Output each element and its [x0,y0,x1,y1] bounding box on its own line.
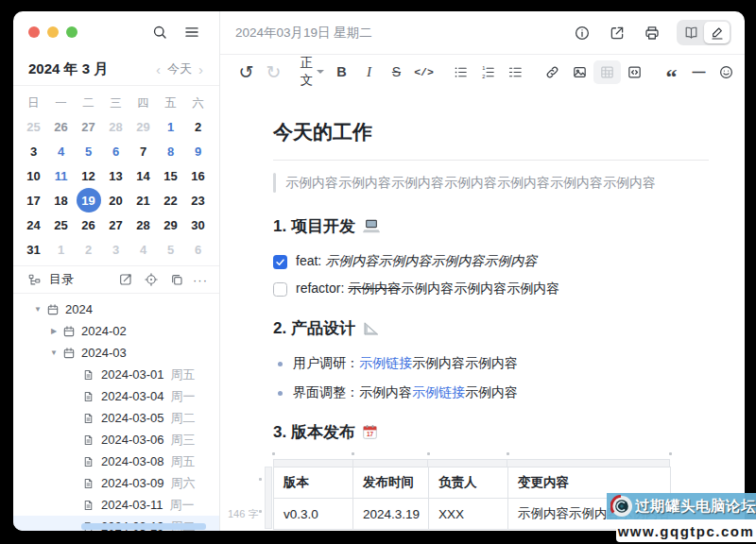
chevron-right-icon[interactable]: ▶ [48,327,60,335]
calendar-day[interactable]: 12 [77,163,101,188]
table-header-cell[interactable]: 发布时间 [353,468,429,499]
table-row-grip[interactable] [259,510,262,513]
calendar-day[interactable]: 1 [49,237,74,262]
table-column-select-bar[interactable] [273,459,670,467]
calendar-day[interactable]: 22 [159,188,183,212]
menu-icon[interactable] [181,22,202,42]
zoom-window-button[interactable] [66,26,77,38]
calendar-day[interactable]: 31 [22,237,46,262]
table-column-grip[interactable] [669,452,672,455]
table-cell[interactable]: v0.3.0 [274,499,353,530]
calendar-day[interactable]: 25 [49,212,74,237]
calendar-day[interactable]: 4 [131,237,156,262]
calendar-day[interactable]: 26 [77,212,101,237]
calendar-day[interactable]: 28 [131,212,156,237]
tree-item-folder[interactable]: ▼2024-03 [13,342,219,364]
editor-content[interactable]: 今天的工作 示例内容示例内容示例内容示例内容示例内容示例内容示例内容 1. 项目… [220,89,745,531]
tree-item-note[interactable]: 2024-03-11周一 [13,494,219,516]
copy-icon[interactable] [167,270,186,289]
locate-icon[interactable] [142,270,161,289]
calendar-day[interactable]: 29 [131,114,156,139]
tree-item-note[interactable]: 2024-03-04周一 [13,385,219,407]
ordered-list-icon[interactable]: 12 [474,60,502,84]
paragraph-style-dropdown[interactable]: 正文 [297,60,328,84]
table-icon[interactable] [593,60,621,84]
checkbox-checked[interactable] [273,255,287,269]
calendar-day[interactable]: 14 [131,163,156,188]
calendar-day[interactable]: 29 [159,212,183,237]
search-icon[interactable] [149,22,170,42]
calendar-day[interactable]: 30 [186,212,211,237]
table-column-grip[interactable] [352,452,354,455]
table-column-grip[interactable] [507,452,509,455]
calendar-day[interactable]: 18 [49,188,74,212]
print-icon[interactable] [641,22,663,44]
minimize-window-button[interactable] [47,26,59,38]
image-icon[interactable] [566,60,593,84]
calendar-day[interactable]: 9 [186,139,211,163]
task-list-icon[interactable] [502,60,529,84]
compose-icon[interactable] [116,270,135,289]
table-column-grip[interactable] [427,452,430,455]
code-block-icon[interactable] [621,60,648,84]
calendar-day[interactable]: 1 [159,114,183,139]
calendar-day[interactable]: 6 [104,139,129,163]
tree-item-note[interactable]: 2024-03-05周二 [13,407,219,429]
calendar-day[interactable]: 13 [104,163,129,188]
italic-icon[interactable]: I [355,60,383,84]
calendar-day[interactable]: 8 [159,139,183,163]
today-button[interactable]: 今天 [163,60,196,77]
prev-month-button[interactable]: ‹ [153,61,163,77]
calendar-day[interactable]: 6 [186,237,211,262]
emoji-icon[interactable] [713,60,740,84]
read-mode-icon[interactable] [679,22,704,43]
tree-item-note[interactable]: 2024-03-08周五 [13,450,219,472]
export-icon[interactable] [606,22,628,44]
info-icon[interactable] [571,22,593,44]
next-month-button[interactable]: › [196,61,206,77]
calendar-day[interactable]: 2 [77,237,101,262]
tree-item-folder[interactable]: ▼2024 [13,298,219,320]
calendar-day[interactable]: 15 [159,163,183,188]
calendar-day[interactable]: 23 [186,188,211,212]
calendar-day[interactable]: 28 [104,114,129,139]
tree-item-folder[interactable]: ▶2024-02 [13,320,219,342]
calendar-day[interactable]: 27 [104,212,129,237]
tree-item-note[interactable]: 2024-03-06周三 [13,429,219,450]
table-cell[interactable]: XXX [429,499,508,530]
calendar-day[interactable]: 26 [49,114,74,139]
inline-code-icon[interactable]: </> [410,60,438,84]
calendar-day-selected[interactable]: 19 [77,188,101,212]
strikethrough-icon[interactable]: S [383,60,410,84]
calendar-day[interactable]: 2 [186,114,211,139]
table-column-grip[interactable] [272,452,275,455]
calendar-day[interactable]: 11 [49,163,74,188]
edit-mode-icon[interactable] [704,22,730,43]
undo-icon[interactable]: ↺ [232,60,260,84]
horizontal-rule-icon[interactable]: — [685,60,713,84]
more-icon[interactable]: ··· [193,273,208,287]
sample-link[interactable]: 示例链接 [359,355,412,370]
tree-item-note[interactable]: 2024-03-09周六 [13,472,219,494]
chevron-down-icon[interactable]: ▼ [32,305,43,314]
calendar-day[interactable]: 20 [104,188,129,212]
calendar-day[interactable]: 5 [77,139,101,163]
calendar-day[interactable]: 21 [131,188,156,212]
calendar-day[interactable]: 3 [22,139,46,163]
table-row-select-bar[interactable] [265,467,272,529]
calendar-day[interactable]: 27 [77,114,101,139]
redo-icon[interactable]: ↻ [260,60,287,84]
calendar-day[interactable]: 10 [22,163,46,188]
tree-item-note[interactable]: 2024-03-01周五 [13,364,219,385]
link-icon[interactable] [539,60,566,84]
calendar-day[interactable]: 4 [49,139,74,163]
chevron-down-icon[interactable]: ▼ [48,348,60,357]
calendar-day[interactable]: 3 [104,237,129,262]
quote-icon[interactable]: “ [658,60,685,84]
calendar-day[interactable]: 25 [22,114,46,139]
calendar-day[interactable]: 17 [22,188,46,212]
table-row-grip[interactable] [259,478,262,481]
table-header-cell[interactable]: 版本 [274,468,353,499]
bold-icon[interactable]: B [328,60,355,84]
table-cell[interactable]: 2024.3.19 [353,499,429,530]
